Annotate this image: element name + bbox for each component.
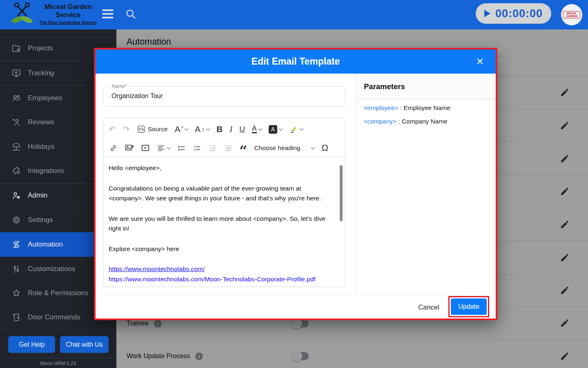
outdent-icon[interactable] [224,144,232,153]
editor-toolbar-row1: ↶ ↷ Source A≡ A↕ B I U A A [109,122,341,136]
editor-toolbar-row2: 12 “ Choose heading Ω [109,141,341,155]
timer-value: 00:00:00 [495,7,543,20]
chat-with-us-button[interactable]: Chat with Us [60,336,109,353]
footer-divider [96,296,496,296]
sidebar-item-label: Employees [28,94,62,102]
parameter-description: Employee Name [403,104,450,111]
editor-paragraph: Hello <employee>, [109,163,335,173]
logo-tagline: The Best Gardening Service [33,20,103,25]
update-button[interactable]: Update [451,298,487,315]
special-character-icon[interactable]: Ω [321,144,328,152]
employees-people-icon [11,93,21,103]
time-tracker-button[interactable]: 00:00:00 [476,3,551,24]
door-icon [11,312,21,322]
insert-media-icon[interactable] [141,144,150,153]
projects-folder-icon [11,43,21,53]
sidebar-item-label: Automation [28,240,63,249]
search-icon[interactable] [125,8,136,20]
editor-link[interactable]: https://www.moontechnolabs.com/Moon-Tech… [109,274,335,285]
background-color-dropdown[interactable]: A [269,125,282,134]
sidebar-item-label: Projects [28,44,53,52]
integrations-puzzle-icon [11,166,21,176]
automation-gear-sync-icon [11,240,21,249]
close-icon[interactable]: × [476,54,483,69]
editor-paragraph: Congratulations on being a valuable part… [109,184,335,204]
source-code-icon [137,125,146,134]
sidebar-item-label: Holidays [28,143,54,151]
insert-image-icon[interactable] [125,144,134,153]
edit-email-template-modal: Edit Email Template × Name* Organization… [94,48,497,320]
sidebar-item-label: Tracking [28,69,54,77]
tracking-monitor-icon [11,68,21,78]
sidebar-item-label: Settings [28,216,53,224]
scissors-logo-icon [11,2,33,26]
cancel-button[interactable]: Cancel [414,301,443,313]
editor-scrollbar[interactable] [340,165,343,221]
modal-header: Edit Email Template × [96,49,496,74]
bulleted-list-icon[interactable] [177,144,186,153]
alignment-dropdown[interactable] [157,144,170,153]
svg-text:2: 2 [194,148,196,151]
heading-dropdown[interactable]: Choose heading [254,144,315,152]
user-avatar[interactable]: MICEAL GARDEN [561,4,582,25]
sidebar-item-label: Role & Permissions [28,289,88,297]
parameters-title: Parameters [364,82,405,91]
bold-button[interactable]: B [216,125,223,133]
redo-icon[interactable]: ↷ [123,125,130,133]
customizations-sliders-icon [11,264,21,274]
app-window: Miceal Garden Service The Best Gardening… [0,0,588,368]
role-star-icon [11,288,21,298]
font-color-dropdown[interactable]: A [252,125,262,133]
italic-button[interactable]: I [229,125,232,133]
blockquote-icon[interactable]: “ [239,144,247,153]
indent-icon[interactable] [208,144,217,153]
settings-gear-icon [11,215,21,225]
sidebar-item-label: Admin [28,191,47,200]
highlight-dropdown[interactable] [289,125,303,134]
source-button[interactable]: Source [137,125,168,134]
play-icon [484,10,490,17]
app-version: Moon HRM 6.23 [0,361,116,366]
email-body-editor[interactable]: Hello <employee>, Congratulations on bei… [103,157,345,287]
sidebar-item-label: Door Commands [28,313,80,321]
name-input[interactable]: Name* Organization Tour [103,86,345,107]
font-family-dropdown[interactable]: A≡ [175,125,188,133]
pane-divider [356,74,356,294]
editor-paragraph: We are sure you will be thrilled to lear… [109,214,335,234]
sidebar-item-label: Integrations [28,167,64,175]
editor-paragraph: Explore <company> here [109,244,335,254]
name-field-value: Organization Tour [111,92,163,100]
editor-link[interactable]: https://www.moontechnolabs.com/ [109,264,335,274]
sidebar-item-label: Reviews [28,118,54,126]
sidebar-item-label: Customizations [28,265,75,273]
menu-hamburger-icon[interactable] [102,9,114,19]
rich-text-editor: ↶ ↷ Source A≡ A↕ B I U A A [103,118,345,287]
link-icon[interactable] [109,144,118,153]
logo-title: Miceal Garden Service [40,3,97,19]
underline-button[interactable]: U [239,125,245,133]
reviews-person-star-icon [11,117,21,127]
get-help-button[interactable]: Get Help [8,336,55,353]
parameter-item: <company> : Company Name [363,118,448,125]
name-field-label: Name* [110,83,129,89]
highlight-pen-icon [289,125,298,134]
parameter-tag: <company> [363,118,396,125]
avatar-logo-text: MICEAL GARDEN [563,11,580,18]
modal-title: Edit Email Template [252,56,340,67]
top-app-bar: Miceal Garden Service The Best Gardening… [0,0,588,29]
parameter-tag: <employee> [363,104,398,111]
parameter-item: <employee> : Employee Name [363,104,450,112]
undo-icon[interactable]: ↶ [109,125,116,133]
company-logo[interactable]: Miceal Garden Service The Best Gardening… [11,2,103,26]
admin-person-gear-icon [11,191,21,200]
parameter-description: Company Name [402,118,448,125]
holidays-umbrella-icon [11,142,21,152]
font-size-dropdown[interactable]: A↕ [195,125,209,133]
update-button-annotation: Update [448,296,489,317]
parameters-header: Parameters [356,74,496,100]
numbered-list-icon[interactable]: 12 [193,144,201,153]
svg-text:1: 1 [194,145,196,148]
